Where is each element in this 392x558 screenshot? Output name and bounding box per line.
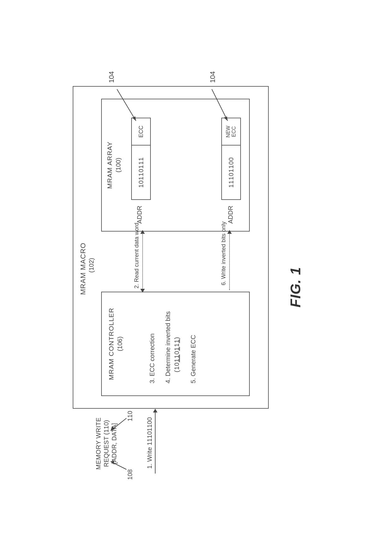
step-6-label: 6. Write inverted bits only [220,221,227,285]
array-title: MRAM ARRAY [106,99,113,232]
figure-label: FIG. 1 [288,267,303,307]
ref-104-top: 104 [107,71,116,83]
svg-line-0 [117,89,136,121]
step-1-arrowhead [153,409,157,412]
step-4: 4. Determine inverted bits [164,311,172,383]
macro-title: MRAM MACRO [79,243,87,295]
data-word-2-bits: 11101100 [228,146,235,199]
step-6-arrow-line [229,233,230,290]
svg-line-2 [212,89,228,121]
ref-110: 110 [126,411,134,421]
leader-104-bottom [209,92,228,121]
data-word-2-ecc: NEW ECC [222,118,240,146]
ref-108: 108 [126,469,134,480]
svg-marker-7 [111,426,115,431]
request-line-1: MEMORY WRITE [95,412,102,475]
addr-label-2: ADDR [227,206,234,224]
data-word-2: 11101100 NEW ECC [221,118,241,200]
data-word-1-bits: 10110111 [138,146,145,199]
data-word-1-ecc: ECC [132,118,150,146]
svg-marker-3 [224,116,228,121]
macro-ref: (102) [88,258,95,273]
controller-title: MRAM CONTROLLER [107,301,115,387]
step-1-arrow-line [155,411,156,474]
step-5: 5. Generate ECC [190,335,197,383]
step-1-label: 1. Write 11101100 [146,417,153,469]
ref-104-bottom: 104 [209,71,217,83]
controller-ref: (106) [116,301,124,387]
leader-108 [111,457,130,469]
step-2-label: 2. Read current data word [133,223,140,288]
step-2-arrowhead-left [140,289,145,293]
step-2-arrow-line [142,233,143,290]
request-line-2: REQUEST (110) [103,412,110,475]
diagram-stage: MRAM MACRO (102) MRAM CONTROLLER (106) 3… [54,73,338,485]
leader-104-top [117,92,136,121]
step-6-arrowhead [227,230,232,234]
addr-label-1: ADDR [136,206,143,224]
step-4-bits: (10110111) [173,337,181,372]
data-word-1: 10110111 ECC [131,118,151,200]
step-2-arrowhead-right [140,230,145,234]
svg-marker-5 [111,461,114,465]
svg-marker-1 [132,116,136,121]
step-3: 3. ECC correction [149,333,156,383]
